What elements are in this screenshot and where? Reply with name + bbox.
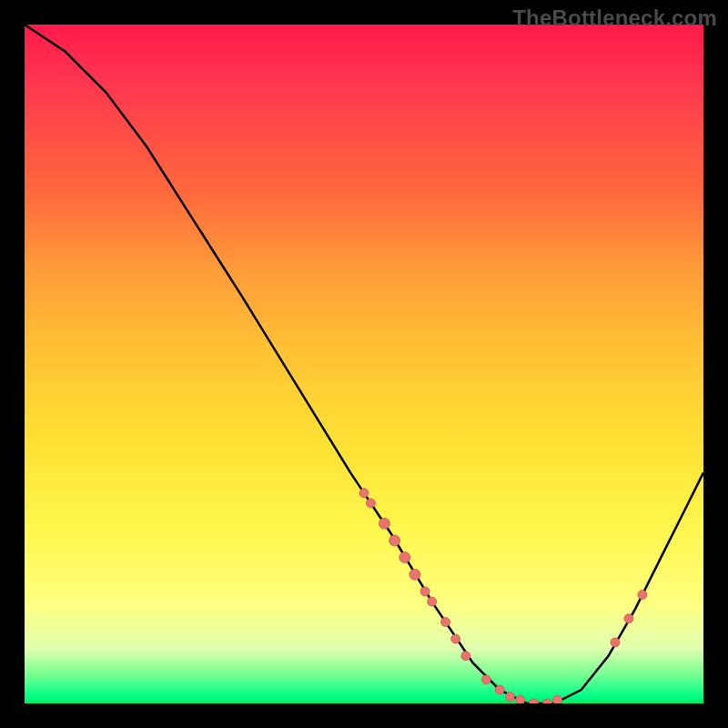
curve-line	[25, 25, 703, 703]
chart-area	[25, 25, 703, 703]
data-point-marker	[624, 614, 633, 623]
data-point-marker	[420, 587, 430, 596]
data-point-marker	[461, 652, 470, 661]
watermark-text: TheBottleneck.com	[512, 5, 717, 31]
curve-markers	[359, 489, 647, 703]
data-point-marker	[481, 675, 490, 684]
data-point-marker	[542, 699, 551, 703]
data-point-marker	[410, 569, 420, 580]
data-point-marker	[638, 591, 647, 600]
data-point-marker	[505, 693, 514, 702]
data-point-marker	[516, 695, 525, 703]
data-point-marker	[428, 597, 437, 606]
data-point-marker	[530, 699, 539, 703]
data-point-marker	[379, 518, 389, 529]
data-point-marker	[611, 638, 620, 647]
data-point-marker	[359, 489, 369, 498]
data-point-marker	[495, 685, 504, 694]
data-point-marker	[451, 634, 460, 643]
data-point-marker	[399, 552, 410, 563]
data-point-marker	[367, 499, 376, 508]
data-point-marker	[389, 535, 400, 546]
data-point-marker	[553, 695, 562, 703]
data-point-marker	[441, 618, 450, 627]
bottleneck-curve-plot	[25, 25, 703, 703]
